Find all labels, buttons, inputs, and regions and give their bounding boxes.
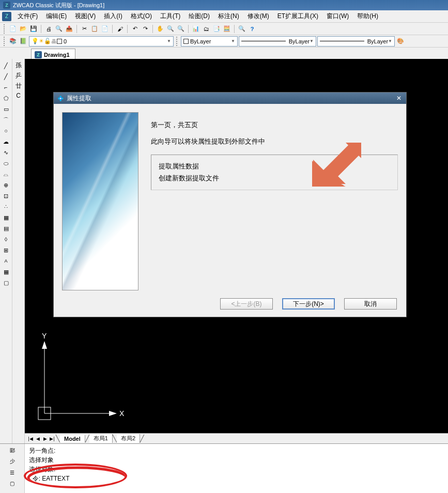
layout-tab-model[interactable]: Model — [60, 435, 85, 442]
menu-file[interactable]: 文件(F) — [13, 10, 42, 22]
ellipse-icon[interactable]: ⬭ — [2, 159, 11, 168]
open-icon[interactable]: 📂 — [19, 24, 28, 34]
design-center-icon[interactable]: 🗂 — [202, 24, 211, 34]
chevron-down-icon: ▼ — [388, 39, 392, 43]
menu-modify[interactable]: 修改(M) — [243, 10, 273, 22]
layer-toolbar: 📚 📗 💡☀🔓🖶 0 ▼ ByLayer ▼ ByLayer ▼ ByLayer… — [0, 35, 448, 48]
pan-icon[interactable]: ✋ — [156, 24, 165, 34]
menu-format[interactable]: 格式(O) — [127, 10, 156, 22]
tab-prev-icon[interactable]: ◀ — [34, 435, 41, 442]
menu-window[interactable]: 窗口(W) — [322, 10, 353, 22]
spline-icon[interactable]: ∿ — [2, 148, 11, 157]
gradient-icon[interactable]: ▤ — [2, 224, 11, 233]
sheet-icon[interactable]: 📑 — [212, 24, 221, 34]
menu-insert[interactable]: 插入(I) — [100, 10, 126, 22]
window-titlebar: Z ZWCAD Classic 试用版 - [Drawing1] — [0, 0, 448, 10]
polygon-icon[interactable]: ⬠ — [2, 94, 11, 103]
cmd-line: 令: EATTEXT — [29, 474, 444, 483]
paste-icon[interactable]: 📄 — [100, 24, 110, 34]
rectangle-icon[interactable]: ▭ — [2, 104, 11, 114]
copy-icon[interactable]: 📋 — [90, 24, 99, 34]
mtext-icon[interactable]: A — [2, 256, 11, 266]
chevron-down-icon: ▼ — [167, 39, 171, 43]
menu-dimension[interactable]: 标注(N) — [214, 10, 243, 22]
tool-b-icon[interactable]: 乒 — [16, 71, 22, 80]
menu-help[interactable]: 帮助(H) — [353, 10, 382, 22]
new-icon[interactable]: 📄 — [8, 24, 18, 34]
tool-d-icon[interactable]: C — [16, 92, 21, 99]
make-block-icon[interactable]: ⊡ — [2, 191, 11, 201]
tab-first-icon[interactable]: |◀ — [27, 435, 34, 442]
hatch-icon[interactable]: ▦ — [2, 213, 11, 222]
save-icon[interactable]: 💾 — [29, 24, 38, 34]
svg-marker-4 — [109, 411, 117, 416]
dialog-titlebar[interactable]: 💠 属性提取 ✕ — [54, 93, 406, 104]
revision-cloud-icon[interactable]: ☁ — [2, 137, 11, 146]
region-icon[interactable]: ◊ — [2, 235, 11, 244]
circle-icon[interactable]: ○ — [2, 126, 11, 135]
tool-a-icon[interactable]: 孫 — [16, 61, 22, 70]
layout-tab-2[interactable]: 布局2 — [117, 434, 140, 443]
toolbar-grip[interactable] — [4, 37, 6, 46]
chevron-down-icon: ▼ — [310, 39, 314, 43]
drawing-icon: Z — [35, 51, 42, 58]
layer-dropdown[interactable]: 💡☀🔓🖶 0 ▼ — [29, 36, 174, 47]
menu-tools[interactable]: 工具(T) — [156, 10, 184, 22]
table-icon[interactable]: ⊞ — [2, 245, 11, 255]
text-icon[interactable]: ▢ — [2, 278, 11, 287]
lineweight-dropdown[interactable]: ByLayer ▼ — [317, 36, 395, 47]
command-history[interactable]: 另一角点: 选择对象 选择对象: 令: EATTEXT — [25, 444, 448, 493]
publish-icon[interactable]: 📤 — [65, 24, 74, 34]
zoom-window-icon[interactable]: 🔍 — [176, 24, 186, 34]
insert-block-icon[interactable]: ⊕ — [2, 180, 11, 190]
menu-view[interactable]: 视图(V) — [71, 10, 100, 22]
match-icon[interactable]: 🖌 — [115, 24, 125, 34]
redo-icon[interactable]: ↷ — [141, 24, 150, 34]
zoom-realtime-icon[interactable]: 🔍 — [166, 24, 175, 34]
annotation-arrow-icon — [307, 135, 364, 192]
point-icon[interactable]: ∴ — [2, 202, 11, 211]
menu-draw[interactable]: 绘图(D) — [184, 10, 214, 22]
command-window[interactable]: 郾 少 ☰ ▢ 另一角点: 选择对象 选择对象: 令: EATTEXT — [0, 443, 448, 493]
preview-icon[interactable]: 🔍 — [54, 24, 64, 34]
next-button[interactable]: 下一步(N)> — [282, 298, 335, 310]
print-icon[interactable]: 🖨 — [44, 24, 53, 34]
table2-icon[interactable]: ▦ — [2, 267, 11, 276]
undo-icon[interactable]: ↶ — [130, 24, 140, 34]
construction-line-icon[interactable]: ╱ — [2, 72, 11, 81]
tab-last-icon[interactable]: ▶| — [49, 435, 56, 442]
ucs-icon: Y X — [34, 331, 127, 424]
cancel-button[interactable]: 取消 — [344, 298, 397, 310]
dialog-title-text: 属性提取 — [67, 94, 91, 103]
line-icon[interactable]: ╱ — [2, 61, 11, 70]
ellipse-arc-icon[interactable]: ⌓ — [2, 170, 11, 179]
arc-icon[interactable]: ⌒ — [2, 115, 11, 125]
app-logo-icon: Z — [3, 2, 10, 9]
color-picker-icon[interactable]: 🎨 — [396, 37, 405, 46]
help-icon[interactable]: ? — [248, 24, 257, 34]
toolbar-grip[interactable] — [4, 24, 6, 34]
layout-tab-1[interactable]: 布局1 — [89, 434, 113, 443]
menu-edit[interactable]: 编辑(E) — [42, 10, 71, 22]
document-tab[interactable]: Z Drawing1 — [31, 49, 75, 59]
cut-icon[interactable]: ✂ — [80, 24, 89, 34]
cmd-tool-icon[interactable]: 郾 — [8, 446, 17, 455]
toolbar-grip[interactable] — [176, 37, 178, 46]
layout-tab-bar: |◀ ◀ ▶ ▶| ╲ Model ╱ 布局1 ╲ 布局2 ╱ — [25, 433, 448, 443]
tab-next-icon[interactable]: ▶ — [41, 435, 49, 442]
cmd-tool-icon[interactable]: 少 — [8, 457, 17, 466]
close-icon[interactable]: ✕ — [395, 95, 403, 102]
calculator-icon[interactable]: 🧮 — [222, 24, 231, 34]
tool-c-icon[interactable]: 廿 — [16, 82, 22, 90]
layer-states-icon[interactable]: 📗 — [19, 37, 28, 46]
linetype-dropdown[interactable]: ByLayer ▼ — [239, 36, 316, 47]
properties-icon[interactable]: 📊 — [191, 24, 200, 34]
color-dropdown[interactable]: ByLayer ▼ — [181, 36, 238, 47]
layer-props-icon[interactable]: 📚 — [8, 37, 18, 46]
cmd-tool-icon[interactable]: ▢ — [8, 479, 17, 488]
menu-et[interactable]: ET扩展工具(X) — [273, 10, 322, 22]
app-menu-icon[interactable]: Z — [2, 12, 11, 21]
cmd-tool-icon[interactable]: ☰ — [8, 468, 17, 477]
polyline-icon[interactable]: ⌐ — [2, 83, 11, 92]
zoom-extents-icon[interactable]: 🔍 — [237, 24, 246, 34]
